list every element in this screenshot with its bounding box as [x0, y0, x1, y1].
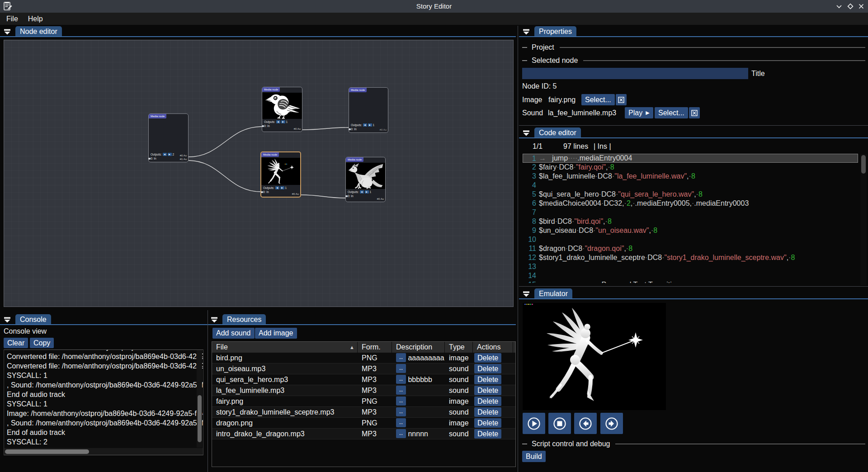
code-line[interactable]: 6$mediaChoice0004·DC32,·2,·.mediaEntry00… — [523, 199, 868, 208]
dock-chevron-icon[interactable] — [4, 28, 11, 35]
graph-node-empty[interactable]: Media nodeOutputs:◀▶20: In#0 Au#1 Au — [148, 113, 189, 162]
description-edit-button[interactable]: .. — [396, 353, 406, 362]
sound-play-button[interactable]: Play▶ — [625, 107, 653, 118]
main-vertical-splitter[interactable] — [518, 26, 518, 472]
dock-chevron-icon[interactable] — [4, 316, 11, 323]
code-line[interactable]: 11$dragon·DC8·"dragon.qoi",·8 — [523, 244, 868, 253]
node-outputs-increase-button[interactable]: ▶ — [368, 123, 372, 127]
sound-select-button[interactable]: Select... — [655, 107, 688, 118]
tab-node-editor[interactable]: Node editor — [15, 26, 62, 37]
input-port[interactable] — [148, 158, 151, 160]
node-outputs-increase-button[interactable]: ▶ — [365, 190, 369, 194]
minimize-button[interactable] — [834, 0, 844, 13]
code-editor-area[interactable]: 1→ jump····.mediaEntry00042$fairy·DC8·"f… — [523, 154, 868, 283]
graph-node-fairy[interactable]: Media node Outputs:◀▶10: In#0 Au — [260, 151, 301, 198]
dock-chevron-icon[interactable] — [211, 316, 218, 323]
sound-clear-button[interactable] — [689, 107, 700, 118]
menu-file[interactable]: File — [1, 13, 23, 25]
close-button[interactable] — [856, 0, 867, 13]
code-line[interactable]: 15··························Prepared Tex… — [523, 280, 868, 283]
table-row[interactable]: story1_drako_luminelle_sceptre.mp3MP3..s… — [212, 407, 515, 418]
delete-button[interactable]: Delete — [474, 375, 501, 384]
right-splitter-1[interactable] — [519, 125, 868, 126]
code-line[interactable]: 12$story1_drako_luminelle_sceptre·DC8·"s… — [523, 253, 868, 262]
code-line[interactable]: 10 — [523, 235, 868, 244]
code-line[interactable]: 14 — [523, 271, 868, 280]
description-edit-button[interactable]: .. — [396, 364, 406, 373]
description-edit-button[interactable]: .. — [396, 396, 406, 406]
table-row[interactable]: intro_drako_le_dragon.mp3MP3.. nnnnnsoun… — [212, 429, 515, 439]
column-header-description[interactable]: Description — [392, 342, 445, 353]
console-hscroll-thumb[interactable] — [5, 449, 89, 454]
node-outputs-increase-button[interactable]: ▶ — [281, 120, 285, 123]
table-row[interactable]: un_oiseau.mp3MP3..soundDelete — [212, 363, 515, 374]
node-outputs-decrease-button[interactable]: ◀ — [275, 186, 279, 189]
code-line[interactable]: 8$bird·DC8·"bird.qoi",·8 — [523, 217, 868, 226]
console-vscroll-track[interactable] — [197, 350, 202, 448]
code-line[interactable]: 9$un_oiseau·DC8·"un_oiseau.wav",·8 — [523, 226, 868, 235]
dock-chevron-icon[interactable] — [523, 291, 530, 297]
code-line[interactable]: 2$fairy·DC8·"fairy.qoi",·8 — [523, 163, 868, 172]
title-input[interactable] — [522, 68, 748, 79]
bottom-vertical-splitter[interactable] — [208, 310, 208, 472]
code-vscroll-track[interactable] — [860, 154, 867, 285]
node-wire[interactable] — [301, 195, 345, 198]
image-clear-button[interactable] — [616, 94, 627, 105]
emulator-play-circle-button[interactable] — [523, 413, 545, 434]
tab-resources[interactable]: Resources — [222, 314, 266, 325]
code-line[interactable]: 3$la_fee_luminelle·DC8·"la_fee_luminelle… — [523, 172, 868, 181]
node-outputs-decrease-button[interactable]: ◀ — [276, 120, 280, 123]
delete-button[interactable]: Delete — [474, 418, 501, 428]
node-canvas[interactable]: Media nodeOutputs:◀▶20: In#0 Au#1 AuMedi… — [4, 40, 514, 307]
node-outputs-decrease-button[interactable]: ◀ — [163, 153, 167, 156]
description-edit-button[interactable]: .. — [396, 386, 406, 395]
table-row[interactable]: qui_sera_le_hero.mp3MP3.. bbbbbbsoundDel… — [212, 374, 515, 385]
node-outputs-decrease-button[interactable]: ◀ — [363, 123, 367, 127]
add-image-button[interactable]: Add image — [255, 328, 297, 339]
code-line[interactable]: 7 — [523, 208, 868, 217]
maximize-button[interactable] — [845, 0, 856, 13]
node-outputs-decrease-button[interactable]: ◀ — [360, 190, 364, 194]
node-wire[interactable] — [189, 127, 262, 157]
copy-button[interactable]: Copy — [30, 338, 54, 348]
image-select-button[interactable]: Select... — [581, 94, 615, 105]
column-header-type[interactable]: Type — [445, 342, 473, 353]
input-port[interactable] — [349, 128, 351, 131]
input-port[interactable] — [262, 125, 264, 127]
emulator-stop-circle-button[interactable] — [548, 413, 571, 434]
delete-button[interactable]: Delete — [474, 364, 501, 373]
add-sound-button[interactable]: Add sound — [212, 328, 255, 339]
description-edit-button[interactable]: .. — [396, 418, 406, 427]
tab-emulator[interactable]: Emulator — [534, 288, 572, 299]
menu-help[interactable]: Help — [23, 13, 48, 25]
graph-node-dragon[interactable]: Media node Outputs:◀▶10: In#0 Au — [345, 157, 386, 202]
dock-chevron-icon[interactable] — [523, 28, 530, 35]
table-row[interactable]: la_fee_luminelle.mp3MP3..soundDelete — [212, 385, 515, 396]
dock-chevron-icon[interactable] — [523, 130, 530, 136]
table-row[interactable]: fairy.pngPNG..imageDelete — [212, 396, 515, 407]
delete-button[interactable]: Delete — [474, 353, 501, 363]
table-row[interactable]: bird.pngPNG.. aaaaaaaaaimageDelete — [212, 353, 515, 363]
delete-button[interactable]: Delete — [474, 407, 501, 417]
column-header-actions[interactable]: Actions — [473, 342, 513, 353]
node-output-ports[interactable]: #0 Au#1 Au — [180, 154, 187, 161]
table-row[interactable]: dragon.pngPNG..imageDelete — [212, 418, 515, 429]
node-output-ports[interactable]: #0 Au — [294, 127, 301, 131]
node-wire[interactable] — [189, 160, 260, 192]
description-edit-button[interactable]: .. — [396, 429, 406, 438]
description-edit-button[interactable]: .. — [396, 407, 406, 416]
column-header-file[interactable]: File ▲ — [212, 342, 358, 353]
column-header-form[interactable]: Form. — [358, 342, 392, 353]
code-vscroll-thumb[interactable] — [861, 155, 866, 174]
code-line[interactable]: 13 — [523, 262, 868, 271]
tab-console[interactable]: Console — [15, 314, 51, 325]
code-line-current[interactable]: 1→ jump····.mediaEntry0004 — [523, 154, 858, 163]
code-line[interactable]: 5$qui_sera_le_hero·DC8·"qui_sera_le_hero… — [523, 190, 868, 199]
delete-button[interactable]: Delete — [474, 386, 501, 395]
emulator-arrow-right-circle-button[interactable] — [600, 413, 623, 434]
input-port[interactable] — [261, 191, 263, 194]
code-line[interactable]: 4 — [523, 181, 868, 190]
tab-properties[interactable]: Properties — [534, 26, 576, 37]
node-output-ports[interactable]: #0 Au — [380, 128, 387, 132]
node-wire[interactable] — [302, 127, 349, 130]
